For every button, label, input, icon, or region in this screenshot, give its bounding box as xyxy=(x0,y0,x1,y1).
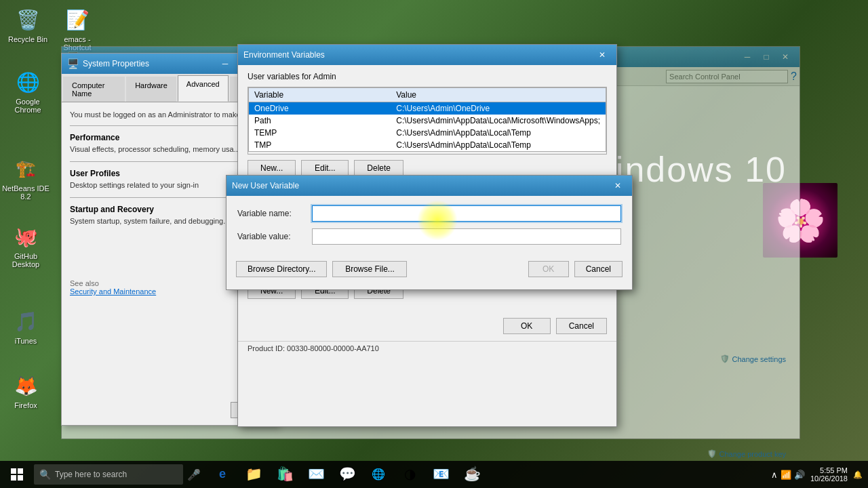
search-icon: 🔍 xyxy=(39,469,51,480)
cp-close-button[interactable]: ✕ xyxy=(776,50,794,64)
var-name-row: Variable name: xyxy=(237,205,621,222)
firefox-label: Firefox xyxy=(14,401,37,409)
user-var-row-tmp[interactable]: TMP C:\Users\Admin\AppData\Local\Temp xyxy=(249,139,606,152)
taskbar: 🔍 Type here to search 🎤 e 📁 🛍️ ✉️ 💬 🌐 ◑ … xyxy=(0,461,868,488)
user-vars-header-row: Variable Value xyxy=(249,88,606,102)
new-user-variable-dialog: New User Variable ✕ Variable name: Varia… xyxy=(226,175,633,290)
var-name-label: Variable name: xyxy=(237,209,312,218)
browse-directory-button[interactable]: Browse Directory... xyxy=(236,261,327,277)
clock-area[interactable]: 5:55 PM 10/26/2018 xyxy=(810,466,848,483)
var-value-row: Variable value: xyxy=(237,228,621,245)
user-var-path-name: Path xyxy=(249,115,391,127)
user-var-row-path[interactable]: Path C:\Users\Admin\AppData\Local\Micros… xyxy=(249,115,606,127)
taskbar-explorer[interactable]: 📁 xyxy=(239,461,269,488)
taskbar-store[interactable]: 🛍️ xyxy=(270,461,300,488)
var-value-label: Variable value: xyxy=(237,232,312,241)
user-var-col-variable: Variable xyxy=(249,88,391,102)
start-button[interactable] xyxy=(0,461,34,488)
user-new-button[interactable]: New... xyxy=(248,160,296,176)
var-value-input[interactable] xyxy=(312,228,621,245)
user-var-row-temp[interactable]: TEMP C:\Users\Admin\AppData\Local\Temp xyxy=(249,127,606,139)
svg-rect-1 xyxy=(18,468,23,474)
tab-computer-name[interactable]: Computer Name xyxy=(63,77,125,102)
tray-up-arrow[interactable]: ∧ xyxy=(771,470,778,480)
user-var-col-value: Value xyxy=(391,88,606,102)
env-titlebar: Environment Variables ✕ xyxy=(238,45,616,65)
tray-volume-icon[interactable]: 🔊 xyxy=(794,470,805,480)
tab-advanced[interactable]: Advanced xyxy=(178,75,229,102)
tab-hardware[interactable]: Hardware xyxy=(126,77,176,102)
taskbar-search-box[interactable]: 🔍 Type here to search xyxy=(34,464,183,485)
taskbar-outlook[interactable]: 📧 xyxy=(426,461,456,488)
env-main-buttons: OK Cancel xyxy=(238,314,616,341)
netbeans-label: NetBeans IDE 8.2 xyxy=(1,184,50,201)
taskbar-java[interactable]: ☕ xyxy=(457,461,487,488)
netbeans-icon[interactable]: 🏗️ NetBeans IDE 8.2 xyxy=(1,155,50,201)
user-var-onedrive-name: OneDrive xyxy=(249,102,391,115)
taskbar-ie[interactable]: 🌐 xyxy=(363,461,393,488)
user-delete-button[interactable]: Delete xyxy=(354,160,403,176)
cp-minimize-button[interactable]: ─ xyxy=(738,50,756,64)
var-name-input[interactable] xyxy=(312,205,621,222)
env-cancel-button[interactable]: Cancel xyxy=(556,318,607,334)
new-var-window-controls: ✕ xyxy=(609,179,627,192)
user-vars-title: User variables for Admin xyxy=(248,72,607,81)
svg-rect-3 xyxy=(18,475,23,481)
user-edit-button[interactable]: Edit... xyxy=(301,160,349,176)
user-var-onedrive-value: C:\Users\Admin\OneDrive xyxy=(391,102,606,115)
env-close-button[interactable]: ✕ xyxy=(593,48,611,62)
taskbar-chrome[interactable]: ◑ xyxy=(395,461,425,488)
new-var-titlebar: New User Variable ✕ xyxy=(226,176,632,196)
svg-rect-2 xyxy=(11,475,16,481)
github-desktop-icon[interactable]: 🐙 GitHub Desktop xyxy=(1,222,50,268)
itunes-image: 🎵 xyxy=(12,307,40,336)
env-ok-button[interactable]: OK xyxy=(503,318,551,334)
change-product-link[interactable]: 🛡️ Change product key xyxy=(707,449,786,458)
browse-file-button[interactable]: Browse File... xyxy=(332,261,407,277)
product-icon: 🛡️ xyxy=(707,449,717,458)
user-var-temp-value: C:\Users\Admin\AppData\Local\Temp xyxy=(391,127,606,139)
user-vars-table-container[interactable]: Variable Value OneDrive C:\Users\Admin\O… xyxy=(248,87,607,155)
new-var-cancel-button[interactable]: Cancel xyxy=(574,261,623,277)
sys-minimize-button[interactable]: ─ xyxy=(216,57,234,70)
new-var-close-button[interactable]: ✕ xyxy=(609,179,627,192)
tray-network-icon[interactable]: 📶 xyxy=(781,470,791,480)
user-var-temp-name: TEMP xyxy=(249,127,391,139)
chrome-image: 🌐 xyxy=(14,68,42,96)
taskbar-apps: e 📁 🛍️ ✉️ 💬 🌐 ◑ 📧 ☕ xyxy=(208,461,487,488)
netbeans-image: 🏗️ xyxy=(12,155,40,183)
shield-icon: 🛡️ xyxy=(720,354,730,363)
firefox-icon[interactable]: 🦊 Firefox xyxy=(1,371,50,409)
cp-search-input[interactable] xyxy=(666,70,788,83)
clock-time: 5:55 PM xyxy=(820,466,848,474)
taskbar-edge[interactable]: e xyxy=(208,461,237,488)
control-panel-window-controls: ─ □ ✕ xyxy=(738,50,794,64)
svg-rect-0 xyxy=(11,468,16,474)
itunes-icon[interactable]: 🎵 iTunes xyxy=(1,307,50,345)
taskbar-teams[interactable]: 💬 xyxy=(332,461,362,488)
emacs-icon[interactable]: 📝 emacs - Shortcut xyxy=(53,5,102,52)
desktop: Windows 10 🗑️ Recycle Bin 🌐 Google Chrom… xyxy=(0,0,868,488)
product-id-bar: Product ID: 00330-80000-00000-AA710 xyxy=(238,341,616,355)
user-var-tmp-value: C:\Users\Admin\AppData\Local\Temp xyxy=(391,139,606,152)
notifications-icon[interactable]: 🔔 xyxy=(853,470,863,479)
new-var-ok-button[interactable]: OK xyxy=(528,261,569,277)
user-var-row-onedrive[interactable]: OneDrive C:\Users\Admin\OneDrive xyxy=(249,102,606,115)
new-var-content: Variable name: Variable value: xyxy=(226,196,632,261)
change-settings-area: 🛡️ Change settings xyxy=(720,350,787,363)
clock-date: 10/26/2018 xyxy=(810,474,848,483)
microphone-icon[interactable]: 🎤 xyxy=(187,468,201,481)
env-window-controls: ✕ xyxy=(593,48,611,62)
cp-maximize-button[interactable]: □ xyxy=(757,50,775,64)
cp-help-button[interactable]: ? xyxy=(791,70,797,83)
sys-props-title: System Properties xyxy=(83,59,149,68)
system-tray: ∧ 📶 🔊 xyxy=(771,470,805,480)
change-settings-label: Change settings xyxy=(732,355,787,363)
google-chrome-icon[interactable]: 🌐 Google Chrome xyxy=(3,68,52,114)
change-settings-link[interactable]: 🛡️ Change settings xyxy=(720,354,787,363)
recycle-bin-image: 🗑️ xyxy=(14,5,42,34)
recycle-bin-icon[interactable]: 🗑️ Recycle Bin xyxy=(3,5,52,43)
new-var-title: New User Variable xyxy=(232,181,299,190)
taskbar-mail[interactable]: ✉️ xyxy=(301,461,331,488)
new-var-buttons: Browse Directory... Browse File... OK Ca… xyxy=(226,261,632,284)
